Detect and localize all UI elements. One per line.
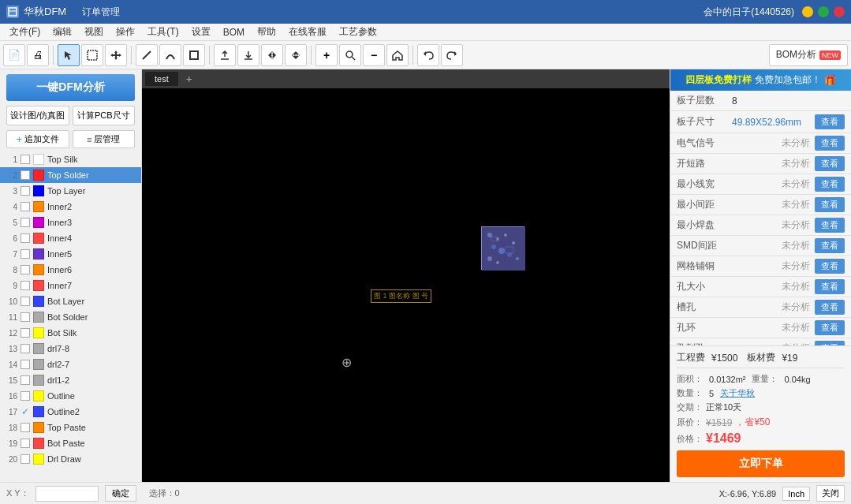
annular-value: 未分析 [782,321,810,334]
order-button[interactable]: 立即下单 [677,450,845,477]
layer-item-top-silk[interactable]: 1Top Silk [0,151,141,167]
board-size-query-btn[interactable]: 查看 [815,114,845,129]
design-sim-button[interactable]: 设计图/仿真图 [6,106,69,125]
layer-item-bot-layer[interactable]: 10Bot Layer [0,293,141,309]
layer-item-inner2[interactable]: 4Inner2 [0,199,141,215]
layer-item-inner7[interactable]: 9Inner7 [0,278,141,293]
layer-item-bot-solder[interactable]: 11Bot Solder [0,309,141,325]
slot-hole-query-btn[interactable]: 查看 [815,300,845,315]
layer-item-drl2-7[interactable]: 14drl2-7 [0,357,141,372]
cost-tab2-label[interactable]: 板材费 [747,351,775,364]
discount-label: ，省¥50 [735,416,770,429]
confirm-button[interactable]: 确定 [105,485,136,502]
electric-query-btn[interactable]: 查看 [815,136,845,151]
layer-item-drl1-2[interactable]: 15drl1-2 [0,372,141,388]
canvas-tab-test[interactable]: test [145,72,178,86]
menu-edit[interactable]: 编辑 [47,24,78,40]
layer-item-top-paste[interactable]: 18Top Paste [0,420,141,435]
tb-undo-btn[interactable] [417,44,439,66]
bom-analysis-button[interactable]: BOM分析 NEW [769,44,848,66]
min-pad-query-btn[interactable]: 查看 [815,218,845,233]
hole-size-query-btn[interactable]: 查看 [815,279,845,294]
layer-item-top-solder[interactable]: 2Top Solder [0,167,141,183]
tb-flip-h-btn[interactable] [261,44,283,66]
tb-upload-btn[interactable] [214,44,236,66]
layer-item-drl7-8[interactable]: 13drl7-8 [0,341,141,357]
menu-tools[interactable]: 工具(T) [141,24,185,40]
restore-button[interactable]: □ [818,6,829,17]
close-button[interactable]: × [834,6,845,17]
board-size-row: 板子尺寸 49.89X52.96mm 查看 [670,111,851,133]
layer-item-drl-draw[interactable]: 20Drl Draw [0,451,141,467]
smd-label: SMD间距 [677,239,782,252]
tb-print-btn[interactable]: 🖨 [27,44,49,66]
tb-zoom-in-btn[interactable]: + [315,44,338,66]
delivery-label: 交期： [677,401,703,413]
new-badge: NEW [819,50,841,60]
app-icon [6,6,19,18]
tb-move-btn[interactable] [105,44,127,66]
xy-input[interactable] [35,486,99,502]
svg-rect-0 [9,8,17,16]
canvas-viewport[interactable]: 图 1 图名称 图 号 [142,88,670,482]
tb-zoom-select-btn[interactable] [81,44,103,66]
minimize-button[interactable]: − [802,6,813,17]
huaqiu-link[interactable]: 关于华秋 [720,387,755,399]
svg-point-17 [512,241,515,245]
min-line-query-btn[interactable]: 查看 [815,177,845,192]
tb-new-btn[interactable]: 📄 [3,44,25,66]
layer-item-outline[interactable]: 16Outline [0,388,141,404]
layer-mgmt-button[interactable]: ≡ 层管理 [73,130,136,148]
tb-line-btn[interactable] [136,44,158,66]
menu-process[interactable]: 工艺参数 [333,24,383,40]
order-mgmt[interactable]: 订单管理 [82,6,120,19]
tb-select-btn[interactable] [58,44,80,66]
menu-operate[interactable]: 操作 [110,24,141,40]
svg-point-9 [346,51,353,58]
net-copper-query-btn[interactable]: 查看 [815,259,845,274]
smd-row: SMD间距 未分析 查看 [670,236,851,256]
tb-rect-btn[interactable] [183,44,205,66]
tb-arc-btn[interactable] [159,44,181,66]
cost-section: 工程费 ¥1500 板材费 ¥19 面积： 0.0132m² 重量： 0.04k… [670,345,851,482]
menu-settings[interactable]: 设置 [185,24,217,40]
layer-item-top-layer[interactable]: 3Top Layer [0,183,141,199]
min-gap-query-btn[interactable]: 查看 [815,197,845,212]
canvas-tabs: test + [142,69,670,88]
menu-view[interactable]: 视图 [78,24,110,40]
layer-item-inner6[interactable]: 8Inner6 [0,262,141,278]
min-gap-label: 最小间距 [677,198,782,211]
tb-redo-btn[interactable] [441,44,463,66]
layer-item-inner5[interactable]: 7Inner5 [0,246,141,262]
layer-item-bot-paste[interactable]: 19Bot Paste [0,435,141,451]
canvas-add-tab[interactable]: + [180,70,199,88]
short-query-btn[interactable]: 查看 [815,156,845,171]
add-file-button[interactable]: + 追加文件 [6,130,69,148]
tb-download-btn[interactable] [237,44,259,66]
layer-item-bot-silk[interactable]: 12Bot Silk [0,325,141,341]
tb-sep4 [311,46,312,65]
menu-bom[interactable]: BOM [217,25,251,39]
unit-toggle[interactable]: Inch [782,487,810,501]
main-content: 一键DFM分析 设计图/仿真图 计算PCB尺寸 + 追加文件 ≡ 层管理 1To… [0,69,851,482]
dfm-analysis-button[interactable]: 一键DFM分析 [6,74,135,101]
menu-help[interactable]: 帮助 [251,24,282,40]
right-panel: 四层板免费打样 免费加急包邮！ 🎁 板子层数 8 板子尺寸 49.89X52.9… [670,69,851,482]
cost-tab1-label[interactable]: 工程费 [677,351,705,364]
close-button[interactable]: 关闭 [816,485,845,502]
layer-item-inner4[interactable]: 6Inner4 [0,230,141,246]
tb-home-btn[interactable] [386,44,409,66]
tb-zoom-fit-btn[interactable] [339,44,361,66]
net-copper-row: 网格铺铜 未分析 查看 [670,256,851,277]
cost-val1: ¥1500 [711,353,737,364]
annular-query-btn[interactable]: 查看 [815,320,845,335]
cost-val2: ¥19 [782,353,797,364]
menu-file[interactable]: 文件(F) [3,24,47,40]
tb-zoom-out-btn[interactable]: − [363,44,385,66]
menu-online[interactable]: 在线客服 [282,24,333,40]
layer-item-outline2[interactable]: 17✓Outline2 [0,404,141,420]
calc-pcb-button[interactable]: 计算PCB尺寸 [73,106,136,125]
layer-item-inner3[interactable]: 5Inner3 [0,215,141,230]
tb-flip-v-btn[interactable] [285,44,307,66]
smd-query-btn[interactable]: 查看 [815,238,845,253]
